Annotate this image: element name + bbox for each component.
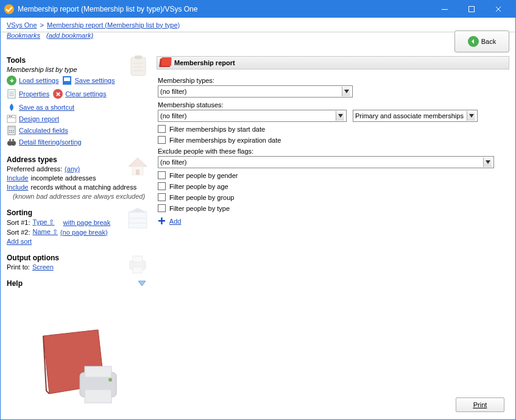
svg-point-12 [11,116,12,117]
panel-title: Membership report [174,59,235,66]
breadcrumb-app[interactable]: VSys One [7,21,37,29]
binoculars-icon [7,137,16,147]
dropdown-arrow-icon [467,111,475,121]
save-shortcut-link[interactable]: Save as a shortcut [19,104,74,111]
back-arrow-icon [468,36,479,47]
titlebar: Membership report (Membership list by ty… [1,1,515,18]
detail-filter-link[interactable]: Detail filtering/sorting [19,138,82,146]
include-nomatch-link[interactable]: Include [7,183,28,191]
dropdown-arrow-icon [342,87,350,96]
panel-header: Membership report [157,56,509,69]
house-faded-icon [125,153,150,180]
clear-settings-link[interactable]: Clear settings [65,90,106,98]
calc-icon [7,126,16,135]
sort1-type-link[interactable]: Type ⇧ [33,218,55,226]
help-heading: Help [7,279,23,288]
filter-exp-checkbox[interactable] [158,136,166,144]
svg-rect-14 [9,127,15,129]
add-plus-icon: + [158,217,166,226]
svg-rect-32 [133,267,143,273]
exclude-flags-select[interactable]: (no filter) [158,156,494,168]
printto-label: Print to: [7,263,30,271]
svg-rect-0 [131,57,146,76]
bookmarks-link[interactable]: Bookmarks [7,32,40,39]
save-icon [62,76,72,85]
svg-rect-31 [133,256,143,262]
membership-statuses-label: Membership statuses: [158,101,508,109]
membership-statuses-value: (no filter) [160,112,186,119]
filter-gender-label: Filter people by gender [169,172,238,179]
print-button[interactable]: Print [456,397,504,412]
back-button-label: Back [481,38,496,45]
sort1-pagebreak-link[interactable]: with page break [63,219,111,226]
sort2-pagebreak-link[interactable]: (no page break) [60,229,108,236]
sort2-label: Sort #2: [7,229,30,236]
membership-assoc-select[interactable]: Primary and associate memberships [353,110,478,122]
dropdown-arrow-icon [336,111,344,121]
filter-exp-label: Filter memberships by expiration date [169,137,281,144]
breadcrumb-page[interactable]: Membership report (Membership list by ty… [47,21,180,29]
side-panel: Tools Membership list by type Load setti… [1,50,153,419]
membership-types-value: (no filter) [160,88,186,95]
breadcrumb-sep: > [40,21,44,29]
svg-point-36 [108,378,112,382]
filter-group-checkbox[interactable] [158,193,166,201]
svg-point-15 [9,130,10,131]
clear-icon [53,89,63,99]
report-art-icon [31,324,129,410]
shortcut-icon [7,102,16,112]
properties-icon [7,89,16,99]
pref-address-link[interactable]: (any) [65,165,80,173]
breadcrumb: VSys One > Membership report (Membership… [1,18,515,32]
svg-rect-23 [9,139,11,142]
calc-fields-link[interactable]: Calculated fields [19,127,68,134]
minimize-button[interactable] [431,1,458,18]
add-sort-link[interactable]: Add sort [7,238,32,245]
include-nomatch-text: records without a matching address [30,183,136,191]
svg-point-11 [9,116,10,117]
membership-statuses-select[interactable]: (no filter) [158,110,347,122]
maximize-button[interactable] [458,1,485,18]
back-button[interactable]: Back [454,30,509,52]
sort2-name-link[interactable]: Name ⇧ [33,228,58,236]
dropdown-arrow-icon [483,157,492,167]
filter-group-label: Filter people by group [169,194,234,201]
filter-type-checkbox[interactable] [158,204,166,212]
filter-start-checkbox[interactable] [158,125,166,133]
report-book-icon [159,59,171,67]
filter-start-label: Filter memberships by start date [169,126,265,133]
exclude-flags-label: Exclude people with these flags: [158,148,508,155]
svg-rect-34 [85,366,111,377]
svg-point-18 [9,132,10,133]
help-expand-icon[interactable] [137,280,147,288]
close-button[interactable] [485,1,512,18]
printer-faded-icon [125,251,150,278]
membership-types-select[interactable]: (no filter) [158,85,353,98]
membership-assoc-value: Primary and associate memberships [355,112,464,119]
load-icon [7,76,16,85]
clipboard-faded-icon [126,54,150,79]
add-bookmark-link[interactable]: (add bookmark) [46,32,93,39]
printto-link[interactable]: Screen [32,263,54,271]
calendar-faded-icon [125,206,150,233]
address-note: (known bad addresses are always excluded… [13,193,148,200]
include-incomplete-text: incomplete addresses [30,174,96,182]
sort1-label: Sort #1: [7,219,30,226]
design-report-link[interactable]: Design report [19,115,59,123]
svg-rect-35 [85,390,111,403]
properties-link[interactable]: Properties [19,90,49,98]
svg-point-16 [11,130,12,131]
load-settings-link[interactable]: Load settings [19,77,58,84]
pref-address-label: Preferred address: [7,165,62,173]
svg-rect-26 [136,169,140,175]
membership-types-label: Membership types: [158,77,508,84]
filter-age-checkbox[interactable] [158,182,166,190]
save-settings-link[interactable]: Save settings [74,77,115,84]
svg-point-19 [11,132,12,133]
add-filter-link[interactable]: Add [169,218,182,225]
include-incomplete-link[interactable]: Include [7,174,28,182]
svg-rect-27 [129,212,147,228]
exclude-flags-value: (no filter) [160,158,186,166]
svg-rect-24 [12,139,14,142]
filter-gender-checkbox[interactable] [158,171,166,179]
